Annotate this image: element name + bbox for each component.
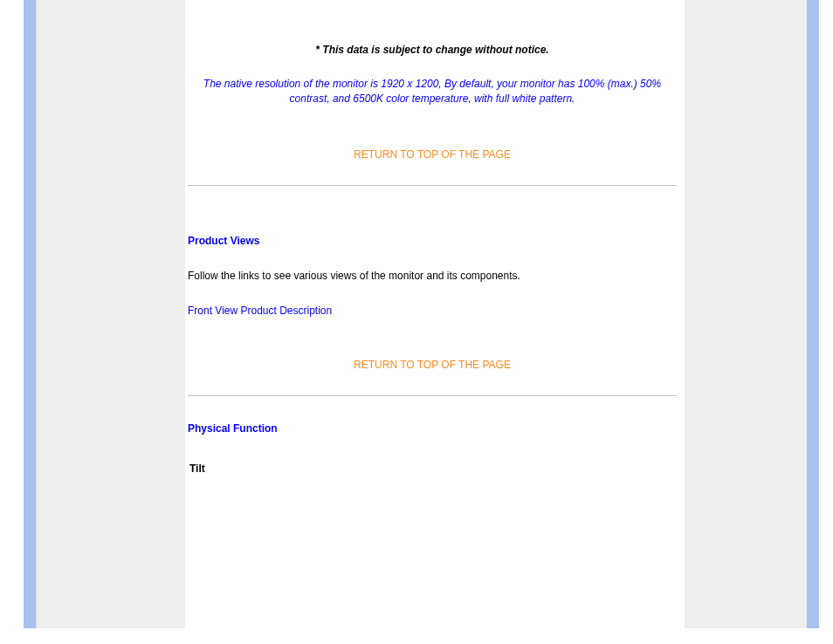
data-change-notice: * This data is subject to change without… <box>188 44 677 56</box>
right-accent-stripe <box>807 0 819 628</box>
right-sidebar-area <box>685 0 807 628</box>
physical-function-heading: Physical Function <box>188 422 677 435</box>
left-sidebar-area <box>36 0 185 628</box>
page-root: * This data is subject to change without… <box>0 0 833 644</box>
left-accent-stripe <box>24 0 36 628</box>
divider <box>188 395 677 396</box>
front-view-link[interactable]: Front View Product Description <box>188 305 332 317</box>
return-to-top-link[interactable]: RETURN TO TOP OF THE PAGE <box>188 148 677 161</box>
main-content: * This data is subject to change without… <box>188 0 677 475</box>
product-views-description: Follow the links to see various views of… <box>188 270 677 282</box>
return-to-top-link[interactable]: RETURN TO TOP OF THE PAGE <box>188 359 677 371</box>
native-resolution-note: The native resolution of the monitor is … <box>188 77 677 106</box>
divider <box>188 185 677 186</box>
product-views-heading: Product Views <box>188 235 677 247</box>
tilt-subheading: Tilt <box>189 462 677 475</box>
